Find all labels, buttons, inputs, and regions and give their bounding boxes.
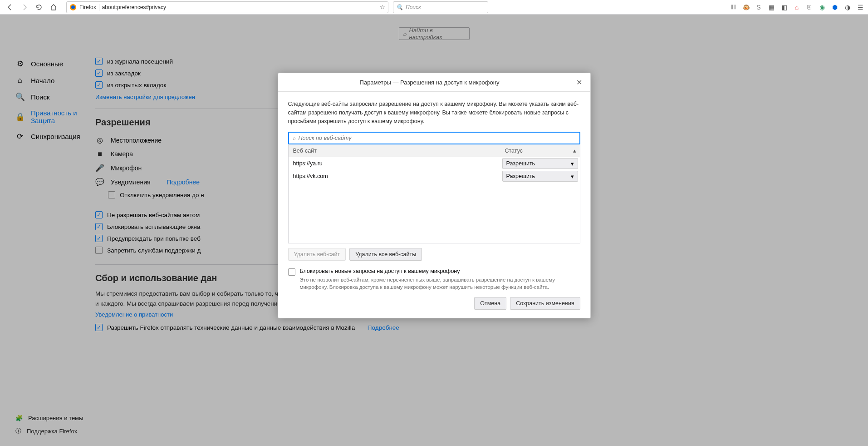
status-select[interactable]: Разрешить▾ xyxy=(502,171,578,182)
back-button[interactable] xyxy=(4,1,16,14)
url-bar[interactable]: Firefox about:preferences#privacy ☆ xyxy=(66,1,388,13)
table-body: https://ya.ru Разрешить▾ https://vk.com … xyxy=(288,157,580,243)
url-text: about:preferences#privacy xyxy=(102,4,377,10)
identity-label: Firefox xyxy=(79,4,96,10)
browser-toolbar: Firefox about:preferences#privacy ☆ 🔍 По… xyxy=(0,0,868,15)
block-new-requests[interactable]: Блокировать новые запросы на доступ к ва… xyxy=(288,268,580,291)
reload-button[interactable] xyxy=(33,1,45,14)
menu-icon[interactable]: ☰ xyxy=(856,3,864,11)
microphone-permissions-dialog: Параметры — Разрешения на доступ к микро… xyxy=(278,73,591,318)
table-header: Веб-сайт Статус▴ xyxy=(288,144,580,157)
chevron-down-icon: ▾ xyxy=(571,160,574,167)
site-cell: https://ya.ru xyxy=(289,160,500,167)
ext-icon-7[interactable]: ⬢ xyxy=(831,3,839,11)
bookmark-star-icon[interactable]: ☆ xyxy=(380,4,385,10)
dialog-description: Следующие веб-сайты запросили разрешение… xyxy=(288,100,580,125)
ext-icon-5[interactable]: ⛨ xyxy=(805,3,814,11)
status-select[interactable]: Разрешить▾ xyxy=(502,158,578,169)
ext-icon-8[interactable]: ◑ xyxy=(843,3,852,11)
th-site[interactable]: Веб-сайт xyxy=(289,148,500,154)
dialog-search[interactable]: ⌕ xyxy=(288,132,580,144)
block-description: Это не позволит веб-сайтам, кроме перечи… xyxy=(300,276,580,291)
table-row[interactable]: https://vk.com Разрешить▾ xyxy=(289,170,580,183)
modal-overlay: Параметры — Разрешения на доступ к микро… xyxy=(0,15,868,446)
remove-all-button[interactable]: Удалить все веб-сайты xyxy=(349,248,422,261)
dialog-search-input[interactable] xyxy=(299,135,576,141)
ext-icon-1[interactable]: 🐵 xyxy=(742,3,750,11)
dialog-title: Параметры — Разрешения на доступ к микро… xyxy=(284,79,575,86)
search-icon: ⌕ xyxy=(293,135,296,141)
cancel-button[interactable]: Отмена xyxy=(474,297,506,310)
close-button[interactable]: ✕ xyxy=(575,78,584,87)
sort-up-icon: ▴ xyxy=(573,147,576,154)
svg-point-1 xyxy=(71,5,75,9)
ext-icon-2[interactable]: S xyxy=(755,3,763,11)
ext-icon-4[interactable]: ⌂ xyxy=(793,3,801,11)
firefox-icon xyxy=(69,4,77,11)
remove-site-button: Удалить веб-сайт xyxy=(288,248,346,261)
th-status[interactable]: Статус▴ xyxy=(500,147,580,154)
block-title: Блокировать новые запросы на доступ к ва… xyxy=(300,268,580,274)
toolbar-extensions: ⦀⦀ 🐵 S ▦ ◧ ⌂ ⛨ ◉ ⬢ ◑ ☰ xyxy=(729,3,864,11)
checkbox-icon xyxy=(288,268,295,276)
save-button[interactable]: Сохранить изменения xyxy=(510,297,580,310)
forward-button[interactable] xyxy=(18,1,31,14)
chevron-down-icon: ▾ xyxy=(571,173,574,180)
table-row[interactable]: https://ya.ru Разрешить▾ xyxy=(289,157,580,170)
library-icon[interactable]: ⦀⦀ xyxy=(729,3,737,11)
dialog-header: Параметры — Разрешения на доступ к микро… xyxy=(278,73,590,92)
search-icon: 🔍 xyxy=(396,4,403,10)
ext-icon-3[interactable]: ▦ xyxy=(767,3,775,11)
site-cell: https://vk.com xyxy=(289,173,500,179)
home-button[interactable] xyxy=(47,1,60,14)
toolbar-search[interactable]: 🔍 Поиск xyxy=(393,1,488,13)
sidebar-icon[interactable]: ◧ xyxy=(780,3,788,11)
ext-icon-6[interactable]: ◉ xyxy=(818,3,826,11)
